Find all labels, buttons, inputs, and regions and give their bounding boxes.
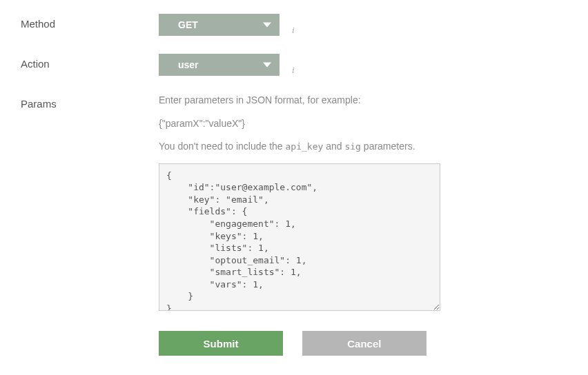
action-select[interactable]: user xyxy=(159,54,280,76)
info-icon[interactable]: i xyxy=(292,65,295,74)
method-select[interactable]: GET xyxy=(159,14,280,36)
params-help-text: Enter parameters in JSON format, for exa… xyxy=(159,94,567,154)
action-row: Action user i xyxy=(21,54,567,76)
action-select-value: user xyxy=(178,59,199,70)
code-api-key: api_key xyxy=(286,141,324,152)
info-icon[interactable]: i xyxy=(292,26,295,34)
cancel-button[interactable]: Cancel xyxy=(302,331,427,356)
submit-button[interactable]: Submit xyxy=(159,331,283,356)
method-select-value: GET xyxy=(178,19,198,30)
params-label: Params xyxy=(21,94,159,110)
method-label: Method xyxy=(21,14,159,30)
params-row: Params Enter parameters in JSON format, … xyxy=(21,94,567,313)
action-control: user i xyxy=(159,54,567,76)
params-control: Enter parameters in JSON format, for exa… xyxy=(159,94,567,313)
action-label: Action xyxy=(21,54,159,70)
method-row: Method GET i xyxy=(21,14,567,36)
code-sig: sig xyxy=(344,141,360,152)
params-textarea[interactable] xyxy=(159,163,440,311)
params-help-line1: Enter parameters in JSON format, for exa… xyxy=(159,94,567,108)
button-row: Submit Cancel xyxy=(159,331,567,356)
params-help-example: {"paramX":"valueX"} xyxy=(159,117,567,131)
chevron-down-icon xyxy=(263,63,271,68)
chevron-down-icon xyxy=(263,23,271,28)
method-control: GET i xyxy=(159,14,567,36)
params-help-line2: You don't need to include the api_key an… xyxy=(159,140,567,154)
